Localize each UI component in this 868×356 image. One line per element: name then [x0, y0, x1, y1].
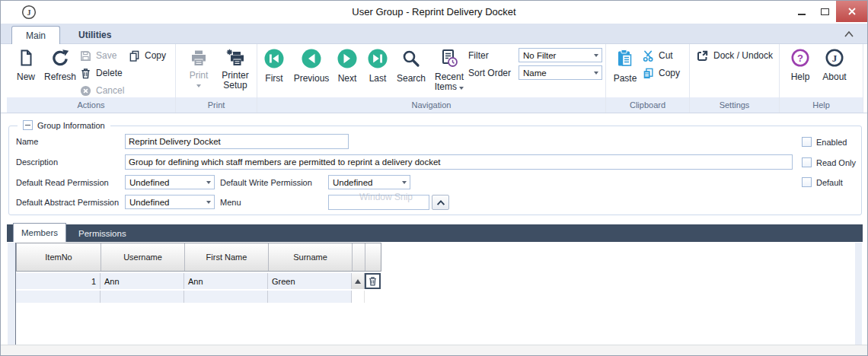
- app-window: J User Group - Reprint Delivery Docket M…: [0, 0, 868, 356]
- help-icon: ?: [791, 49, 809, 67]
- recent-items-button[interactable]: Recent Items: [429, 44, 469, 97]
- ribbon-group-settings: Dock / Undock Settings: [690, 44, 780, 113]
- printer-icon: [190, 49, 208, 67]
- cell-empty[interactable]: [101, 291, 184, 303]
- help-group-caption: Help: [780, 97, 863, 113]
- default-abstract-permission-label: Default Abstract Permission: [16, 198, 119, 207]
- minimize-button[interactable]: [790, 1, 813, 22]
- cell-firstname[interactable]: Ann: [184, 273, 268, 289]
- cell-empty[interactable]: [16, 291, 101, 303]
- ribbon-group-help: ? Help J About Help: [780, 44, 863, 113]
- row-delete-button[interactable]: [365, 273, 381, 289]
- default-label: Default: [816, 178, 843, 187]
- last-button[interactable]: Last: [362, 44, 393, 97]
- next-button[interactable]: Next: [332, 44, 362, 97]
- filter-combobox[interactable]: No Filter: [519, 48, 602, 62]
- triangle-up-icon: [355, 279, 361, 284]
- ribbon-group-print: Print Printer Setup Print: [176, 44, 257, 113]
- sort-order-dropdown-button[interactable]: [590, 66, 602, 79]
- about-icon: J: [825, 49, 844, 67]
- column-header-username[interactable]: Username: [101, 243, 185, 271]
- sort-order-value: Name: [519, 68, 590, 78]
- tab-utilities[interactable]: Utilities: [71, 26, 119, 44]
- tab-main[interactable]: Main: [11, 26, 60, 45]
- copy-pages-icon: [129, 50, 140, 62]
- search-button[interactable]: Search: [393, 44, 429, 97]
- cancel-button[interactable]: Cancel: [80, 83, 124, 98]
- chevron-down-icon: [594, 72, 598, 75]
- recent-items-dropdown-caret: [459, 87, 464, 90]
- read-only-checkbox[interactable]: [802, 157, 812, 167]
- default-read-permission-label: Default Read Permission: [16, 178, 109, 187]
- chevron-down-icon: [206, 181, 211, 184]
- default-abstract-permission-combobox[interactable]: Undefined: [125, 195, 215, 209]
- dropdown-button[interactable]: [203, 176, 214, 189]
- clipboard-copy-button[interactable]: Copy: [643, 65, 680, 81]
- default-write-permission-combobox[interactable]: Undefined: [328, 175, 410, 189]
- filter-dropdown-button[interactable]: [590, 49, 602, 62]
- collapse-panel-button[interactable]: [23, 120, 33, 130]
- paste-button[interactable]: Paste: [609, 44, 641, 97]
- cut-button[interactable]: Cut: [643, 48, 673, 63]
- cell-username[interactable]: Ann: [101, 273, 184, 289]
- cell-itemno[interactable]: 1: [16, 273, 101, 289]
- copy-button[interactable]: Copy: [129, 48, 166, 63]
- default-write-permission-label: Default Write Permission: [220, 178, 312, 187]
- description-label: Description: [16, 157, 58, 167]
- name-field[interactable]: [125, 134, 349, 149]
- column-header-spacer-1: [353, 243, 365, 271]
- table-row: 1 Ann Ann Green: [16, 273, 381, 289]
- settings-group-caption: Settings: [690, 97, 779, 113]
- maximize-button[interactable]: [813, 1, 836, 22]
- new-button[interactable]: New: [10, 44, 42, 97]
- next-record-icon: [337, 49, 357, 68]
- actions-group-caption: Actions: [7, 97, 175, 113]
- delete-button[interactable]: Delete: [80, 65, 123, 81]
- collapse-ribbon-icon[interactable]: [843, 29, 855, 40]
- print-button[interactable]: Print: [182, 44, 215, 97]
- column-header-firstname[interactable]: First Name: [185, 243, 269, 271]
- filter-value: No Filter: [519, 51, 590, 60]
- first-button[interactable]: First: [257, 44, 291, 97]
- dock-undock-button[interactable]: Dock / Undock: [696, 48, 773, 63]
- ribbon-group-navigation: First Previous Next: [257, 44, 606, 113]
- tab-members[interactable]: Members: [13, 223, 66, 242]
- name-label: Name: [16, 137, 38, 146]
- row-scroll-up-button[interactable]: [352, 273, 365, 289]
- sort-order-combobox[interactable]: Name: [519, 65, 602, 80]
- save-button[interactable]: Save: [80, 48, 116, 63]
- enabled-checkbox[interactable]: [802, 137, 812, 147]
- sort-order-label: Sort Order: [468, 68, 511, 78]
- cell-surname[interactable]: Green: [268, 273, 352, 289]
- menu-field[interactable]: [328, 195, 429, 210]
- title-bar: J User Group - Reprint Delivery Docket: [1, 1, 867, 24]
- window-title: User Group - Reprint Delivery Docket: [1, 6, 867, 17]
- about-button[interactable]: J About: [816, 44, 853, 97]
- table-row-empty: [16, 291, 380, 303]
- cell-empty[interactable]: [184, 291, 268, 303]
- refresh-button[interactable]: Refresh: [42, 44, 78, 97]
- cell-empty[interactable]: [268, 291, 352, 303]
- default-read-permission-combobox[interactable]: Undefined: [125, 175, 215, 189]
- menu-label: Menu: [220, 198, 241, 207]
- printer-setup-button[interactable]: Printer Setup: [217, 44, 254, 97]
- menu-expand-button[interactable]: [432, 195, 449, 210]
- close-button[interactable]: [836, 1, 868, 22]
- status-bar: [1, 345, 867, 355]
- help-button[interactable]: ? Help: [786, 44, 815, 97]
- column-header-itemno[interactable]: ItemNo: [17, 243, 101, 271]
- read-only-label: Read Only: [816, 158, 856, 167]
- svg-text:?: ?: [797, 52, 803, 64]
- column-header-surname[interactable]: Surname: [269, 243, 353, 271]
- previous-button[interactable]: Previous: [289, 44, 333, 97]
- paste-clipboard-icon: [615, 49, 635, 68]
- cancel-icon: [80, 85, 91, 97]
- description-field[interactable]: [125, 154, 793, 170]
- dropdown-button[interactable]: [398, 176, 410, 189]
- dropdown-button[interactable]: [203, 195, 214, 208]
- previous-record-icon: [302, 49, 321, 68]
- default-checkbox[interactable]: [802, 177, 812, 187]
- chevron-down-icon: [402, 181, 407, 184]
- tab-permissions[interactable]: Permissions: [71, 224, 134, 242]
- grid-row-indicator-column: [8, 243, 16, 345]
